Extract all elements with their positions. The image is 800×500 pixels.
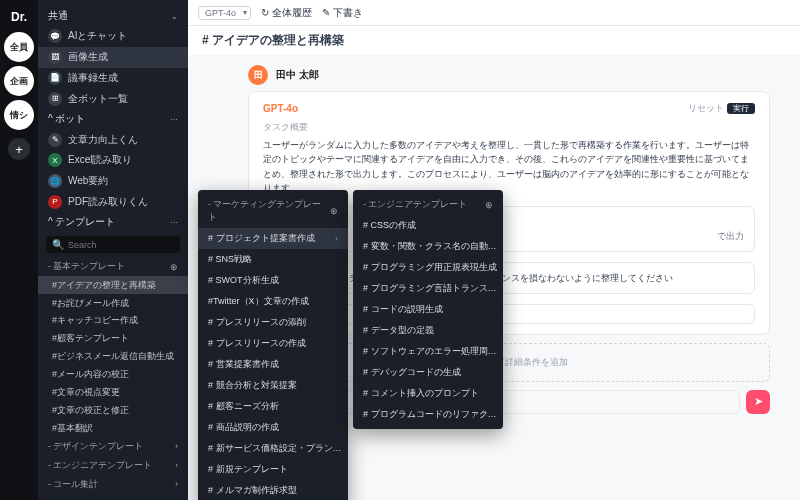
template-item[interactable]: #ビジネスメール返信自動生成 [38, 348, 188, 366]
draft-icon: ✎ [322, 7, 330, 18]
page-title: # アイデアの整理と再構築 [188, 26, 800, 55]
sidebar: 共通⌄ 💬AIとチャット 🖼画像生成 📄議事録生成 ⊞全ボット一覧 ^ ボット⋯… [38, 0, 188, 500]
flyout-item[interactable]: # コードの説明生成 [353, 299, 503, 320]
template-group[interactable]: - コール集計› [38, 475, 188, 494]
nav-chat[interactable]: 💬AIとチャット [38, 26, 188, 47]
doc-icon: 📄 [48, 71, 62, 85]
flyout-item[interactable]: # CSSの作成 [353, 215, 503, 236]
send-icon: ➤ [754, 395, 763, 408]
user-name: 田中 太郎 [276, 68, 319, 82]
flyout-item[interactable]: # 変数・関数・クラス名の自動… [353, 236, 503, 257]
draft-link[interactable]: ✎下書き [322, 6, 363, 20]
send-button[interactable]: ➤ [746, 390, 770, 414]
flyout-item[interactable]: # プレスリリースの添削 [198, 312, 348, 333]
app-logo: Dr. [11, 6, 27, 28]
flyout-item[interactable]: # プロジェクト提案書作成› [198, 228, 348, 249]
template-group[interactable]: - エンジニアテンプレート› [38, 456, 188, 475]
avatar-icon: ✎ [48, 133, 62, 147]
flyout-item[interactable]: # 顧客ニーズ分析 [198, 396, 348, 417]
workspace-tab[interactable]: 情シ [4, 100, 34, 130]
flyout-item[interactable]: # メルマガ制作訴求型 [198, 480, 348, 500]
task-label: タスク概要 [263, 121, 755, 134]
nav-image[interactable]: 🖼画像生成 [38, 47, 188, 68]
template-item[interactable]: #文章の校正と修正 [38, 401, 188, 419]
main-area: GPT-4o ↻全体履歴 ✎下書き # アイデアの整理と再構築 田 田中 太郎 … [188, 0, 800, 500]
template-item[interactable]: #アイデアの整理と再構築 [38, 276, 188, 294]
template-group[interactable]: - デザインテンプレート› [38, 437, 188, 456]
template-item[interactable]: #メール内容の校正 [38, 366, 188, 384]
template-item[interactable]: #お詫びメール作成 [38, 294, 188, 312]
chat-icon: 💬 [48, 29, 62, 43]
flyout-item[interactable]: # プログラミング言語トランス… [353, 278, 503, 299]
flyout-item[interactable]: # プログラムコードのリファク… [353, 404, 503, 425]
avatar-icon: P [48, 195, 62, 209]
sidebar-section-bots[interactable]: ^ ボット⋯ [38, 109, 188, 129]
flyout-item[interactable]: # 新規テンプレート [198, 459, 348, 480]
bot-item[interactable]: 🌐Web要約 [38, 171, 188, 192]
bot-item[interactable]: PPDF読み取りくん [38, 191, 188, 212]
flyout-item[interactable]: # プログラミング用正規表現生成 [353, 257, 503, 278]
search-input[interactable] [68, 240, 174, 250]
flyout-engineer[interactable]: - エンジニアテンプレート⊕ # CSSの作成 # 変数・関数・クラス名の自動…… [353, 190, 503, 429]
template-item[interactable]: #基本翻訳 [38, 419, 188, 437]
flyout-item[interactable]: # 新サービス価格設定・プラン… [198, 438, 348, 459]
image-icon: 🖼 [48, 50, 62, 64]
topbar: GPT-4o ↻全体履歴 ✎下書き [188, 0, 800, 26]
run-button[interactable]: 実行 [727, 103, 755, 114]
workspace-tab[interactable]: 全員 [4, 32, 34, 62]
flyout-item[interactable]: # 商品説明の作成 [198, 417, 348, 438]
flyout-item[interactable]: # SWOT分析生成 [198, 270, 348, 291]
model-select[interactable]: GPT-4o [198, 6, 251, 20]
nav-all-bots[interactable]: ⊞全ボット一覧 [38, 88, 188, 109]
search-icon: 🔍 [52, 239, 64, 250]
reset-link[interactable]: リセット [688, 103, 724, 113]
template-search[interactable]: 🔍 [46, 236, 180, 253]
panel-model: GPT-4o [263, 103, 298, 114]
add-workspace-button[interactable]: + [8, 138, 30, 160]
template-item[interactable]: #文章の視点変更 [38, 383, 188, 401]
clock-icon: ↻ [261, 7, 269, 18]
avatar-icon: 🌐 [48, 174, 62, 188]
template-group-basic[interactable]: - 基本テンプレート⊕ [38, 257, 188, 276]
flyout-item[interactable]: # 競合分析と対策提案 [198, 375, 348, 396]
avatar-icon: X [48, 153, 62, 167]
sidebar-section-common[interactable]: 共通⌄ [38, 6, 188, 26]
flyout-item[interactable]: # デバッグコードの生成 [353, 362, 503, 383]
history-link[interactable]: ↻全体履歴 [261, 6, 312, 20]
template-item[interactable]: #キャッチコピー作成 [38, 312, 188, 330]
flyout-head[interactable]: - マーケティングテンプレート⊕ [198, 194, 348, 228]
sidebar-section-templates[interactable]: ^ テンプレート⋯ [38, 212, 188, 232]
flyout-item[interactable]: # ソフトウェアのエラー処理周… [353, 341, 503, 362]
flyout-item[interactable]: # SNS戦略 [198, 249, 348, 270]
grid-icon: ⊞ [48, 92, 62, 106]
flyout-item[interactable]: # データ型の定義 [353, 320, 503, 341]
flyout-head[interactable]: - エンジニアテンプレート⊕ [353, 194, 503, 215]
task-body: ユーザーがランダムに入力した多数のアイデアや考えを整理し、一貫した形で再構築する… [263, 138, 755, 196]
nav-minutes[interactable]: 📄議事録生成 [38, 68, 188, 89]
workspace-tab[interactable]: 企画 [4, 66, 34, 96]
bot-item[interactable]: XExcel読み取り [38, 150, 188, 171]
flyout-item[interactable]: #Twitter（X）文章の作成 [198, 291, 348, 312]
flyout-marketing[interactable]: - マーケティングテンプレート⊕ # プロジェクト提案書作成› # SNS戦略 … [198, 190, 348, 500]
user-avatar: 田 [248, 65, 268, 85]
bot-item[interactable]: ✎文章力向上くん [38, 129, 188, 150]
flyout-item[interactable]: # コメント挿入のプロンプト [353, 383, 503, 404]
app-rail: Dr. 全員 企画 情シ + [0, 0, 38, 500]
flyout-item[interactable]: # 営業提案書作成 [198, 354, 348, 375]
flyout-item[interactable]: # プレスリリースの作成 [198, 333, 348, 354]
template-item[interactable]: #顧客テンプレート [38, 330, 188, 348]
